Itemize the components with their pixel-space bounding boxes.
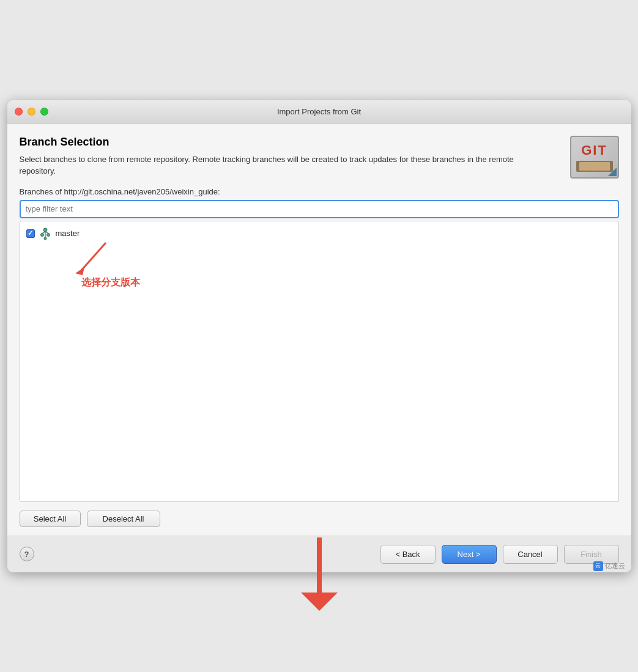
maximize-button[interactable] <box>40 108 48 116</box>
close-button[interactable] <box>15 108 23 116</box>
svg-point-2 <box>46 233 50 236</box>
titlebar: Import Projects from Git <box>7 100 631 124</box>
section-description: Select branches to clone from remote rep… <box>20 153 521 177</box>
window-title: Import Projects from Git <box>277 107 361 116</box>
branch-name: master <box>56 229 80 238</box>
git-logo-base <box>576 161 613 172</box>
content-area: Branch Selection Select branches to clon… <box>7 124 631 536</box>
back-button[interactable]: < Back <box>380 545 436 564</box>
svg-point-0 <box>43 228 47 232</box>
header-row: Branch Selection Select branches to clon… <box>20 136 619 179</box>
git-logo: GIT <box>570 136 619 179</box>
branch-list: master 选择分支版本 <box>20 221 619 502</box>
git-logo-screen <box>579 162 610 171</box>
svg-marker-10 <box>301 593 338 611</box>
cancel-button[interactable]: Cancel <box>503 545 558 564</box>
header-text: Branch Selection Select branches to clon… <box>20 136 560 177</box>
traffic-lights <box>15 108 48 116</box>
branches-label: Branches of http://git.oschina.net/javen… <box>20 187 619 196</box>
svg-point-1 <box>40 233 43 236</box>
svg-point-6 <box>44 237 46 240</box>
minimize-button[interactable] <box>28 108 35 116</box>
svg-line-7 <box>81 243 106 270</box>
annotation-arrow-svg <box>69 240 118 279</box>
svg-marker-8 <box>75 267 84 275</box>
git-logo-corner <box>608 168 617 176</box>
branch-item[interactable]: master <box>24 225 615 242</box>
footer: ? < Back Next > Cancel Finish 云 亿速云 <box>7 536 631 572</box>
svg-line-4 <box>45 232 48 234</box>
watermark-text: 亿速云 <box>605 561 625 570</box>
help-button[interactable]: ? <box>20 547 34 561</box>
git-logo-text: GIT <box>581 142 607 158</box>
annotation-text: 选择分支版本 <box>81 276 140 289</box>
section-title: Branch Selection <box>20 136 560 149</box>
main-area: Branches of http://git.oschina.net/javen… <box>20 187 619 536</box>
watermark-icon: 云 <box>593 561 603 571</box>
branch-checkbox[interactable] <box>26 229 35 238</box>
watermark: 云 亿速云 <box>593 561 625 571</box>
next-button[interactable]: Next > <box>442 545 497 564</box>
filter-input[interactable] <box>20 200 619 218</box>
deselect-all-button[interactable]: Deselect All <box>87 511 160 527</box>
svg-line-3 <box>42 232 45 234</box>
main-window: Import Projects from Git Branch Selectio… <box>7 100 631 572</box>
bottom-buttons: Select All Deselect All <box>20 502 619 536</box>
branch-icon <box>39 227 52 240</box>
select-all-button[interactable]: Select All <box>20 511 81 527</box>
